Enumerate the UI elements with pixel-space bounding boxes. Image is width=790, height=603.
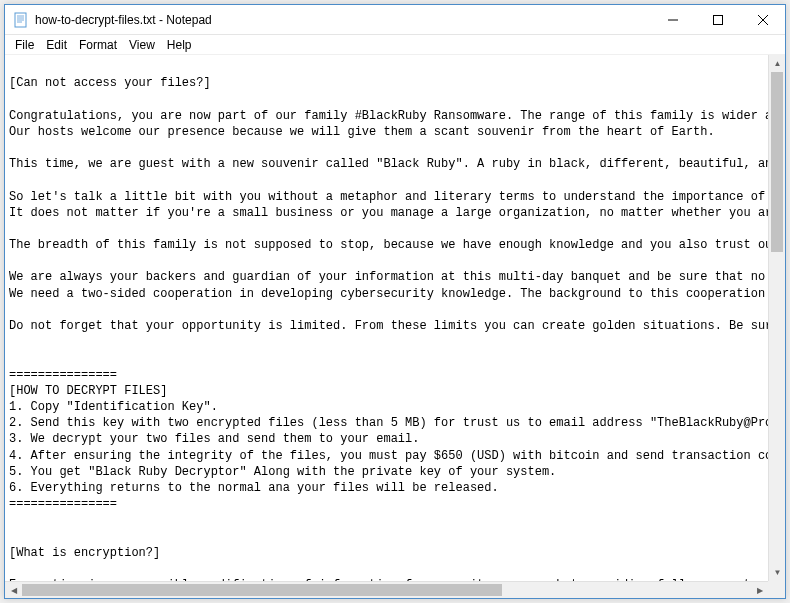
scroll-down-arrow[interactable]: ▼ — [769, 564, 785, 581]
notepad-window: how-to-decrypt-files.txt - Notepad File … — [4, 4, 786, 599]
notepad-icon — [13, 12, 29, 28]
editor-text[interactable]: [Can not access your files?] Congratulat… — [5, 55, 785, 598]
scroll-up-arrow[interactable]: ▲ — [769, 55, 785, 72]
horizontal-scroll-track[interactable] — [22, 582, 751, 598]
close-icon — [758, 15, 768, 25]
svg-rect-6 — [713, 15, 722, 24]
close-button[interactable] — [740, 5, 785, 34]
maximize-icon — [713, 15, 723, 25]
vertical-scroll-track[interactable] — [769, 72, 785, 564]
window-controls — [650, 5, 785, 34]
horizontal-scroll-thumb[interactable] — [22, 584, 502, 596]
menubar: File Edit Format View Help — [5, 35, 785, 55]
menu-help[interactable]: Help — [161, 36, 198, 54]
vertical-scroll-thumb[interactable] — [771, 72, 783, 252]
maximize-button[interactable] — [695, 5, 740, 34]
titlebar: how-to-decrypt-files.txt - Notepad — [5, 5, 785, 35]
minimize-button[interactable] — [650, 5, 695, 34]
menu-file[interactable]: File — [9, 36, 40, 54]
menu-edit[interactable]: Edit — [40, 36, 73, 54]
window-title: how-to-decrypt-files.txt - Notepad — [35, 13, 650, 27]
scroll-right-arrow[interactable]: ▶ — [751, 582, 768, 598]
horizontal-scrollbar[interactable]: ◀ ▶ — [5, 581, 768, 598]
vertical-scrollbar[interactable]: ▲ ▼ — [768, 55, 785, 581]
scroll-corner — [768, 581, 785, 598]
menu-format[interactable]: Format — [73, 36, 123, 54]
editor-area: [Can not access your files?] Congratulat… — [5, 55, 785, 598]
minimize-icon — [668, 15, 678, 25]
menu-view[interactable]: View — [123, 36, 161, 54]
scroll-left-arrow[interactable]: ◀ — [5, 582, 22, 598]
